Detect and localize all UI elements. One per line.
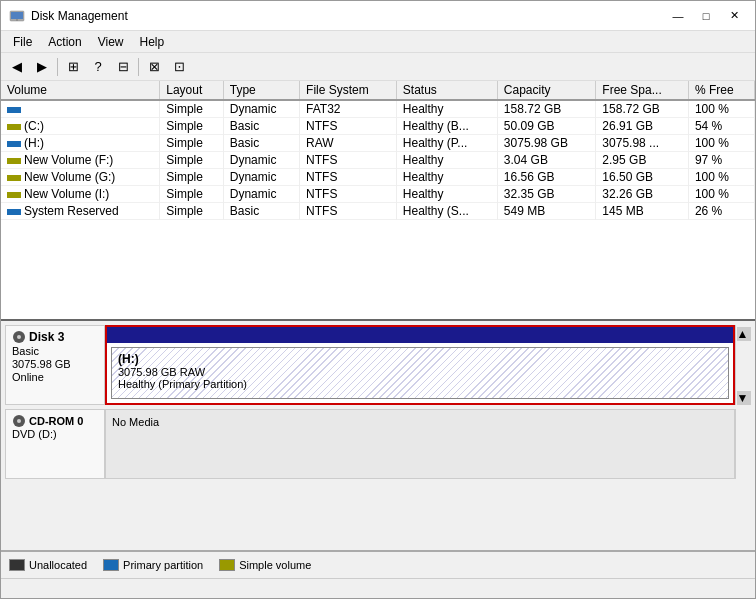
toolbar-grid[interactable]: ⊞ [61, 56, 85, 78]
cell-status: Healthy [396, 100, 497, 118]
cell-capacity: 3075.98 GB [497, 135, 596, 152]
cell-free: 158.72 GB [596, 100, 689, 118]
cell-free: 2.95 GB [596, 152, 689, 169]
col-volume[interactable]: Volume [1, 81, 160, 100]
toolbar-square[interactable]: ⊡ [167, 56, 191, 78]
cell-layout: Simple [160, 152, 224, 169]
toolbar-x[interactable]: ⊠ [142, 56, 166, 78]
cell-layout: Simple [160, 135, 224, 152]
cell-capacity: 32.35 GB [497, 186, 596, 203]
cell-free: 3075.98 ... [596, 135, 689, 152]
toolbar-minus[interactable]: ⊟ [111, 56, 135, 78]
cell-pct: 100 % [688, 186, 754, 203]
cell-type: Basic [223, 118, 299, 135]
disk3-top-bar [107, 327, 733, 343]
cell-free: 145 MB [596, 203, 689, 220]
disk3-type: Basic [12, 345, 98, 357]
scroll-up[interactable]: ▲ [737, 327, 751, 341]
cell-pct: 26 % [688, 203, 754, 220]
volume-table: Volume Layout Type File System Status Ca… [1, 81, 755, 220]
col-freespace[interactable]: Free Spa... [596, 81, 689, 100]
table-row[interactable]: (C:) Simple Basic NTFS Healthy (B... 50.… [1, 118, 755, 135]
cell-layout: Simple [160, 100, 224, 118]
legend-unalloc-label: Unallocated [29, 559, 87, 571]
cell-layout: Simple [160, 169, 224, 186]
table-row[interactable]: New Volume (I:) Simple Dynamic NTFS Heal… [1, 186, 755, 203]
cell-capacity: 549 MB [497, 203, 596, 220]
disk3-label: Disk 3 Basic 3075.98 GB Online [5, 325, 105, 405]
minimize-button[interactable]: — [665, 6, 691, 26]
cdrom-name: CD-ROM 0 [29, 415, 83, 427]
col-pct[interactable]: % Free [688, 81, 754, 100]
toolbar-forward[interactable]: ▶ [30, 56, 54, 78]
disk3-partition[interactable]: (H:) 3075.98 GB RAW Healthy (Primary Par… [111, 347, 729, 399]
table-row[interactable]: New Volume (F:) Simple Dynamic NTFS Heal… [1, 152, 755, 169]
menu-action[interactable]: Action [40, 33, 89, 51]
toolbar-help[interactable]: ? [86, 56, 110, 78]
cell-volume: System Reserved [1, 203, 160, 220]
legend-simple-box [219, 559, 235, 571]
cell-volume: (C:) [1, 118, 160, 135]
menu-help[interactable]: Help [132, 33, 173, 51]
cell-fs: NTFS [300, 169, 397, 186]
disk-area: Disk 3 Basic 3075.98 GB Online (H:) 3075… [1, 321, 755, 550]
cdrom-content: No Media [105, 409, 735, 479]
cell-fs: NTFS [300, 118, 397, 135]
cell-free: 26.91 GB [596, 118, 689, 135]
disk3-name: Disk 3 [29, 330, 64, 344]
col-layout[interactable]: Layout [160, 81, 224, 100]
scroll-down[interactable]: ▼ [737, 391, 751, 405]
legend-simple: Simple volume [219, 559, 311, 571]
cell-capacity: 50.09 GB [497, 118, 596, 135]
legend-unalloc-box [9, 559, 25, 571]
cell-layout: Simple [160, 203, 224, 220]
disk-icon [12, 330, 26, 344]
cell-volume: New Volume (G:) [1, 169, 160, 186]
cell-capacity: 16.56 GB [497, 169, 596, 186]
table-row[interactable]: New Volume (G:) Simple Dynamic NTFS Heal… [1, 169, 755, 186]
table-row[interactable]: System Reserved Simple Basic NTFS Health… [1, 203, 755, 220]
disk3-row: Disk 3 Basic 3075.98 GB Online (H:) 3075… [5, 325, 751, 405]
cell-layout: Simple [160, 186, 224, 203]
maximize-button[interactable]: □ [693, 6, 719, 26]
legend-primary: Primary partition [103, 559, 203, 571]
col-status[interactable]: Status [396, 81, 497, 100]
cell-layout: Simple [160, 118, 224, 135]
cdrom-label: CD-ROM 0 DVD (D:) [5, 409, 105, 479]
svg-rect-1 [11, 12, 23, 19]
cell-type: Dynamic [223, 100, 299, 118]
cell-type: Dynamic [223, 186, 299, 203]
col-type[interactable]: Type [223, 81, 299, 100]
toolbar-back[interactable]: ◀ [5, 56, 29, 78]
legend-unallocated: Unallocated [9, 559, 87, 571]
legend-primary-box [103, 559, 119, 571]
volume-table-wrap: Volume Layout Type File System Status Ca… [1, 81, 755, 321]
cell-free: 32.26 GB [596, 186, 689, 203]
cell-status: Healthy (B... [396, 118, 497, 135]
status-bar [1, 578, 755, 598]
close-button[interactable]: ✕ [721, 6, 747, 26]
cell-pct: 100 % [688, 100, 754, 118]
window-title: Disk Management [31, 9, 128, 23]
legend-simple-label: Simple volume [239, 559, 311, 571]
cell-fs: NTFS [300, 152, 397, 169]
toolbar-separator-1 [57, 58, 58, 76]
col-capacity[interactable]: Capacity [497, 81, 596, 100]
disk3-partition-name: (H:) [118, 352, 722, 366]
col-filesystem[interactable]: File System [300, 81, 397, 100]
title-bar: Disk Management — □ ✕ [1, 1, 755, 31]
cell-volume: New Volume (F:) [1, 152, 160, 169]
disk3-size: 3075.98 GB [12, 358, 98, 370]
table-row[interactable]: (H:) Simple Basic RAW Healthy (P... 3075… [1, 135, 755, 152]
cell-fs: NTFS [300, 186, 397, 203]
menu-view[interactable]: View [90, 33, 132, 51]
main-area: Volume Layout Type File System Status Ca… [1, 81, 755, 550]
title-controls: — □ ✕ [665, 6, 747, 26]
menu-file[interactable]: File [5, 33, 40, 51]
scrollbar-disk[interactable]: ▲ ▼ [735, 325, 751, 405]
cell-type: Basic [223, 203, 299, 220]
cdrom-scrollbar-filler [735, 409, 751, 479]
cell-volume: (H:) [1, 135, 160, 152]
table-row[interactable]: Simple Dynamic FAT32 Healthy 158.72 GB 1… [1, 100, 755, 118]
cell-status: Healthy (S... [396, 203, 497, 220]
